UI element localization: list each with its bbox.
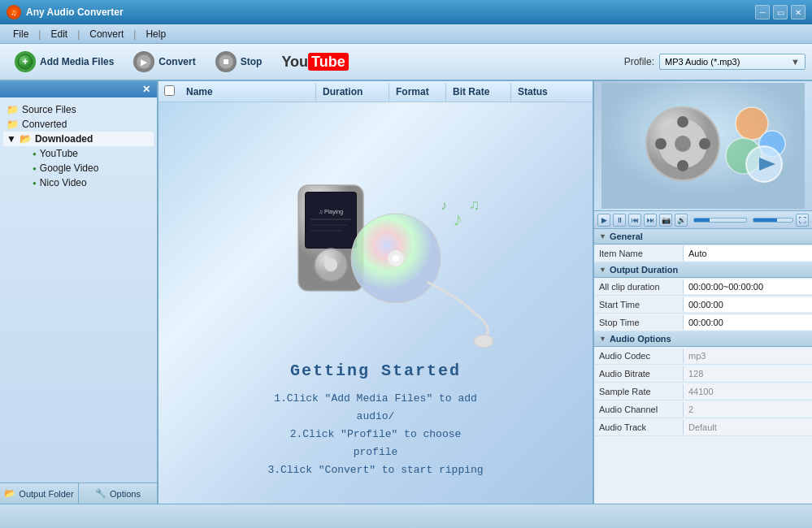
prop-stop-time: Stop Time 00:00:00 [594, 314, 812, 331]
sidebar-item-google-label: Google Video [40, 162, 99, 174]
svg-point-28 [655, 138, 667, 149]
restore-button[interactable]: ▭ [773, 5, 788, 19]
add-media-files-button[interactable]: + Add Media Files [7, 48, 122, 76]
pause-button[interactable]: ⏸ [613, 214, 626, 227]
step-2: 2.Click "Profile" to choose profile [267, 426, 484, 461]
volume-slider[interactable] [753, 218, 793, 223]
options-label: Options [110, 489, 141, 499]
prop-all-clip: All clip duration 00:00:00~00:00:00 [594, 278, 812, 296]
convert-button[interactable]: ▶ Convert [125, 48, 203, 76]
downloaded-folder-icon: ▼ [7, 133, 16, 145]
next-frame-button[interactable]: ⏭ [644, 214, 657, 227]
section-general-label: General [610, 232, 643, 241]
audio-track-value: Default [684, 420, 812, 435]
window-controls: ─ ▭ ✕ [755, 5, 805, 19]
prop-sample-rate: Sample Rate 44100 [594, 383, 812, 400]
title-bar: ♫ Any Audio Converter ─ ▭ ✕ [0, 0, 812, 24]
file-list-header: Name Duration Format Bit Rate Status [158, 81, 593, 102]
preview-area: ♫ Playing ♪ ♫ ♪ [158, 102, 593, 504]
sidebar-item-source-label: Source Files [22, 104, 76, 115]
sample-rate-value: 44100 [684, 384, 812, 399]
audio-track-label: Audio Track [594, 420, 684, 435]
section-audio-options-header[interactable]: ▼ Audio Options [594, 331, 812, 347]
section-audio-options-label: Audio Options [610, 334, 671, 344]
general-toggle-icon: ▼ [599, 232, 606, 240]
source-folder-icon: 📁 [7, 104, 19, 115]
svg-point-25 [675, 136, 691, 152]
sidebar-item-nico-label: Nico Video [40, 177, 87, 188]
col-bitrate: Bit Rate [446, 83, 511, 101]
player-controls: ▶ ⏸ ⏮ ⏭ 📷 🔊 ⛶ [594, 211, 812, 229]
output-duration-toggle-icon: ▼ [599, 266, 606, 274]
sidebar-item-source[interactable]: 📁 Source Files [3, 102, 154, 117]
file-area: Name Duration Format Bit Rate Status ♫ P… [158, 81, 593, 504]
section-output-duration-header[interactable]: ▼ Output Duration [594, 262, 812, 278]
section-general-header[interactable]: ▼ General [594, 229, 812, 245]
svg-point-17 [393, 255, 399, 262]
output-folder-label: Output Folder [19, 489, 73, 499]
converted-folder-icon: 📁 [7, 119, 19, 130]
prop-audio-channel: Audio Channel 2 [594, 400, 812, 418]
prev-button[interactable]: ⏮ [628, 214, 641, 227]
profile-dropdown[interactable]: MP3 Audio (*.mp3) ▼ [659, 54, 805, 70]
sidebar-item-converted[interactable]: 📁 Converted [3, 117, 154, 132]
col-duration: Duration [316, 83, 389, 101]
output-folder-button[interactable]: 📂 Output Folder [0, 483, 79, 504]
sidebar-footer: 📂 Output Folder 🔧 Options [0, 483, 157, 504]
svg-rect-5 [224, 59, 228, 64]
svg-point-26 [677, 116, 688, 128]
profile-label: Profile: [624, 56, 654, 67]
convert-icon: ▶ [133, 51, 154, 72]
minimize-button[interactable]: ─ [755, 5, 770, 19]
getting-started-section: Getting Started 1.Click "Add Media Files… [267, 361, 484, 479]
step-3: 3.Click "Convert" to start ripping [267, 461, 484, 479]
profile-section: Profile: MP3 Audio (*.mp3) ▼ [624, 54, 805, 70]
options-button[interactable]: 🔧 Options [79, 483, 157, 504]
svg-text:♪: ♪ [441, 198, 447, 212]
sidebar: ✕ 📁 Source Files 📁 Converted ▼ 📂 Downloa… [0, 81, 158, 504]
svg-rect-8 [306, 193, 356, 248]
close-button[interactable]: ✕ [791, 5, 805, 19]
progress-bar[interactable] [693, 218, 747, 223]
stop-label: Stop [241, 56, 263, 67]
snapshot-button[interactable]: 📷 [659, 214, 672, 227]
sample-rate-label: Sample Rate [594, 384, 684, 399]
menu-edit[interactable]: Edit [42, 27, 76, 41]
youtube-bullet-icon: ● [33, 150, 37, 158]
play-button[interactable]: ▶ [597, 214, 610, 227]
fullscreen-button[interactable]: ⛶ [796, 214, 809, 227]
audio-codec-value: mp3 [684, 348, 812, 363]
sidebar-item-downloaded[interactable]: ▼ 📂 Downloaded [3, 132, 154, 146]
col-status: Status [511, 83, 593, 101]
select-all-checkbox[interactable] [164, 85, 175, 96]
sidebar-item-google-video[interactable]: ● Google Video [3, 161, 154, 175]
col-name: Name [180, 83, 316, 101]
sidebar-item-nico-video[interactable]: ● Nico Video [3, 175, 154, 190]
audio-options-toggle-icon: ▼ [599, 335, 606, 343]
svg-point-14 [324, 258, 337, 271]
nico-video-bullet-icon: ● [33, 180, 37, 187]
menu-help[interactable]: Help [137, 27, 174, 41]
sidebar-item-downloaded-label: Downloaded [35, 133, 93, 145]
menu-convert[interactable]: Convert [81, 27, 132, 41]
menu-file[interactable]: File [5, 27, 37, 41]
svg-point-29 [699, 138, 710, 149]
dropdown-arrow-icon: ▼ [791, 57, 800, 67]
start-time-label: Start Time [594, 297, 684, 312]
prop-audio-codec: Audio Codec mp3 [594, 347, 812, 365]
svg-text:+: + [22, 56, 28, 67]
menu-bar: File | Edit | Convert | Help [0, 24, 812, 44]
sidebar-item-youtube[interactable]: ● YouTube [3, 146, 154, 161]
svg-text:♫: ♫ [469, 197, 480, 213]
stop-button[interactable]: Stop [207, 48, 271, 76]
item-name-value: Auto [684, 246, 812, 261]
prop-item-name: Item Name Auto [594, 245, 812, 262]
svg-text:▶: ▶ [141, 58, 148, 67]
status-bar [0, 504, 812, 528]
audio-channel-value: 2 [684, 402, 812, 417]
downloaded-icon: 📂 [20, 133, 32, 145]
audio-codec-label: Audio Codec [594, 348, 684, 363]
sidebar-close-button[interactable]: ✕ [142, 84, 150, 95]
output-folder-icon: 📂 [4, 488, 15, 499]
right-panel: ▶ ⏸ ⏮ ⏭ 📷 🔊 ⛶ ▼ General Item Name Auto ▼ [593, 81, 812, 504]
